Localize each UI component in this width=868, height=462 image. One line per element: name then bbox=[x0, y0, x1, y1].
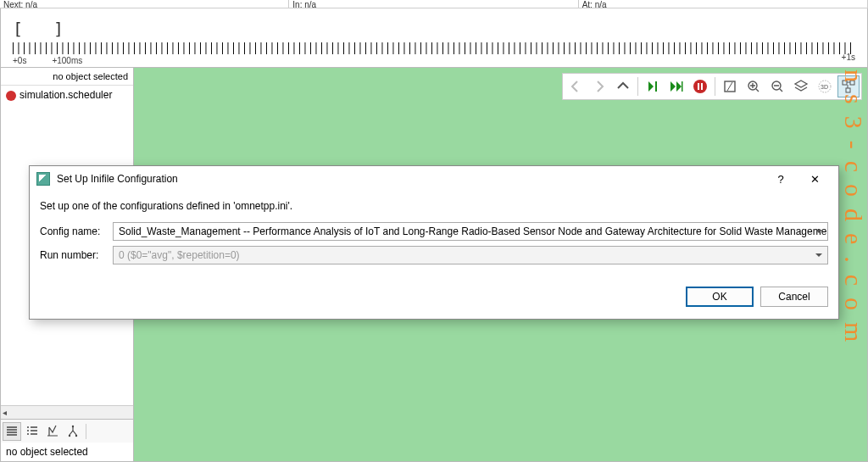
simulation-toolbar: 3D bbox=[562, 73, 862, 100]
dialog-title: Set Up Inifile Configuration bbox=[57, 173, 764, 185]
in-cell: In: n/a bbox=[289, 0, 578, 8]
tree-item-label[interactable]: simulation.scheduler bbox=[19, 89, 112, 101]
timeline-brackets: [ ] bbox=[13, 19, 74, 39]
zoom-in-button[interactable] bbox=[743, 75, 765, 97]
svg-rect-6 bbox=[698, 83, 699, 90]
module-view-button[interactable] bbox=[837, 75, 860, 97]
svg-rect-14 bbox=[850, 81, 854, 85]
svg-rect-7 bbox=[701, 83, 703, 90]
svg-text:3D: 3D bbox=[821, 84, 828, 90]
ok-button[interactable]: OK bbox=[686, 287, 754, 307]
record-dot-icon bbox=[6, 91, 16, 101]
run-button[interactable] bbox=[642, 75, 664, 97]
mode-graph-icon[interactable] bbox=[43, 422, 62, 441]
run-number-combo[interactable]: 0 ($0="avg", $repetition=0) bbox=[113, 246, 828, 264]
dialog-titlebar[interactable]: Set Up Inifile Configuration ? ✕ bbox=[30, 166, 838, 192]
svg-point-2 bbox=[75, 434, 77, 436]
run-number-label: Run number: bbox=[40, 249, 113, 261]
nav-back-button[interactable] bbox=[565, 75, 587, 97]
dialog-description: Set up one of the configurations defined… bbox=[40, 200, 828, 212]
timeline-track[interactable] bbox=[13, 42, 855, 54]
nav-up-button[interactable] bbox=[612, 75, 634, 97]
svg-point-1 bbox=[69, 434, 70, 436]
dialog-close-button[interactable]: ✕ bbox=[798, 167, 832, 191]
svg-rect-3 bbox=[655, 81, 657, 92]
mode-tree-icon[interactable] bbox=[64, 422, 82, 441]
timeline-100ms: +100ms bbox=[52, 56, 82, 65]
nav-forward-button[interactable] bbox=[588, 75, 610, 97]
view-3d-button[interactable]: 3D bbox=[814, 75, 836, 97]
next-cell: Next: n/a bbox=[0, 0, 289, 8]
config-name-label: Config name: bbox=[40, 225, 113, 237]
layers-button[interactable] bbox=[790, 75, 812, 97]
selection-status-top: no object selected bbox=[1, 68, 133, 86]
fast-run-button[interactable] bbox=[665, 75, 687, 97]
svg-point-0 bbox=[72, 425, 74, 426]
inifile-config-dialog: Set Up Inifile Configuration ? ✕ Set up … bbox=[29, 165, 839, 320]
at-cell: At: n/a bbox=[579, 0, 868, 8]
top-info-strip: Next: n/a In: n/a At: n/a bbox=[0, 0, 868, 8]
zoom-out-button[interactable] bbox=[766, 75, 788, 97]
config-name-combo[interactable]: Solid_Waste_Management -- Performance An… bbox=[113, 222, 828, 241]
inspector-mode-tabs bbox=[1, 419, 133, 443]
stop-button[interactable] bbox=[689, 75, 711, 97]
horizontal-scrollbar[interactable] bbox=[1, 405, 133, 419]
mode-list-icon[interactable] bbox=[3, 422, 21, 441]
timeline-end: +1s bbox=[842, 53, 855, 62]
relayout-button[interactable] bbox=[719, 75, 741, 97]
svg-rect-15 bbox=[846, 88, 850, 92]
timeline-panel: [ ] +0s +100ms +1s bbox=[0, 8, 868, 68]
timeline-start: +0s bbox=[13, 56, 26, 65]
cancel-button[interactable]: Cancel bbox=[760, 287, 828, 307]
svg-rect-4 bbox=[682, 81, 683, 92]
selection-status-bottom: no object selected bbox=[1, 443, 133, 461]
svg-rect-13 bbox=[843, 81, 847, 85]
mode-details-icon[interactable] bbox=[23, 422, 42, 441]
svg-point-5 bbox=[693, 80, 707, 93]
dialog-app-icon bbox=[36, 172, 50, 186]
dialog-help-button[interactable]: ? bbox=[764, 167, 798, 191]
